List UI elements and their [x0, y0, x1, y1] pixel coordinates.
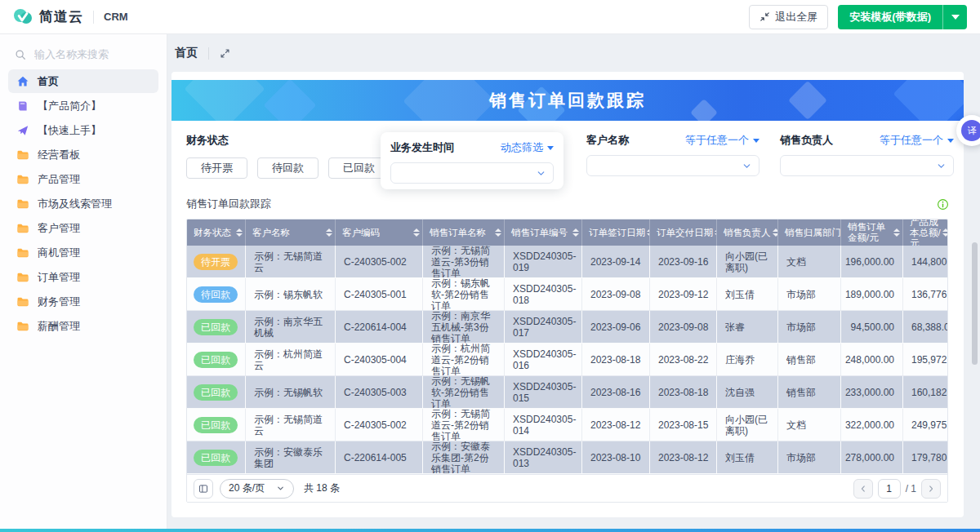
sidebar-item-6[interactable]: 客户管理	[8, 216, 158, 240]
column-header-7[interactable]: 销售负责人	[717, 219, 778, 246]
cell-status: 已回款	[187, 344, 246, 375]
table-row[interactable]: 已回款 示例：南京华五机械C-220614-004示例：南京华五机械-第3份销售…	[187, 311, 947, 344]
status-chip-0[interactable]: 待开票	[186, 157, 247, 179]
column-header-4[interactable]: 销售订单编号	[505, 219, 582, 246]
page-input[interactable]	[878, 479, 901, 499]
prev-page-button[interactable]	[853, 479, 873, 499]
column-header-label: 客户编码	[342, 228, 380, 238]
sidebar-search[interactable]	[8, 44, 158, 69]
sort-icon[interactable]	[942, 228, 947, 237]
cell-customer: 示例：无锡简道云	[246, 409, 336, 441]
column-header-9[interactable]: 销售订单金额/元	[841, 219, 903, 246]
column-header-2[interactable]: 客户编码	[336, 219, 423, 246]
cell-department: 销售部	[778, 344, 841, 375]
caret-down-icon	[547, 146, 554, 150]
folder-icon	[16, 197, 29, 211]
page-size-select[interactable]: 20 条/页	[220, 479, 294, 499]
business-time-select[interactable]	[390, 162, 554, 184]
tab-home[interactable]: 首页	[175, 46, 208, 60]
install-template-button[interactable]: 安装模板(带数据)	[838, 5, 967, 29]
column-header-0[interactable]: 财务状态	[187, 219, 246, 246]
chevron-down-icon	[936, 161, 947, 171]
column-header-label: 销售订单编号	[511, 228, 568, 238]
sort-icon[interactable]	[893, 228, 900, 237]
banner-decoration	[690, 99, 718, 121]
sort-icon[interactable]	[495, 228, 501, 237]
sort-icon[interactable]	[572, 228, 579, 237]
table-header-row: 财务状态 客户名称 客户编码 销售订单名称 销售订单编号 订单签订日期 订单交付…	[187, 219, 947, 246]
table-row[interactable]: 已回款 示例：无锡帆软C-240305-003示例：无锡帆软-第2份销售订单XS…	[187, 376, 947, 409]
sidebar-item-1[interactable]: 【产品简介】	[8, 94, 158, 117]
sidebar-item-5[interactable]: 市场及线索管理	[8, 192, 158, 215]
search-input[interactable]	[33, 47, 151, 61]
vertical-scrollbar-thumb[interactable]	[972, 242, 978, 365]
app-logo[interactable]: 简道云	[13, 7, 83, 27]
cell-order_name: 示例：安徽泰乐集团-第2份销售订单	[423, 441, 505, 473]
sidebar-item-7[interactable]: 商机管理	[8, 241, 158, 264]
cell-customer_code: C-240305-002	[336, 246, 423, 277]
equals-any-link[interactable]: 等于任意一个	[685, 133, 760, 148]
sort-icon[interactable]	[326, 228, 332, 237]
caret-down-icon	[947, 139, 954, 143]
sort-icon[interactable]	[773, 228, 779, 237]
chevron-down-icon	[742, 161, 752, 171]
sidebar-item-0[interactable]: 首页	[8, 69, 158, 93]
compress-icon	[760, 11, 770, 22]
equals-any-link[interactable]: 等于任意一个	[880, 133, 954, 148]
install-template-dropdown-toggle[interactable]	[942, 5, 967, 29]
sidebar-item-label: 商机管理	[38, 246, 80, 260]
cell-sign_date: 2023-08-18	[582, 344, 650, 375]
banner: 销售订单回款跟踪	[172, 80, 964, 121]
cell-cost_amount: 68,388.0	[903, 311, 947, 343]
install-template-label[interactable]: 安装模板(带数据)	[838, 5, 942, 29]
cell-order_name: 示例：南京华五机械-第3份销售订单	[423, 311, 505, 343]
next-page-button[interactable]	[921, 479, 941, 499]
banner-decoration	[788, 81, 827, 120]
sidebar-item-9[interactable]: 财务管理	[8, 290, 158, 313]
sales-owner-select[interactable]	[780, 155, 954, 176]
translate-icon: 译	[961, 120, 980, 141]
expand-icon[interactable]	[220, 48, 230, 59]
dynamic-filter-link[interactable]: 动态筛选	[501, 140, 554, 155]
folder-icon	[16, 320, 29, 333]
table-row[interactable]: 待开票 示例：无锡简道云C-240305-002示例：无锡简道云-第3份销售订单…	[187, 246, 947, 278]
status-chip-1[interactable]: 待回款	[257, 157, 318, 179]
sidebar-item-10[interactable]: 薪酬管理	[8, 314, 158, 338]
table-row[interactable]: 待回款 示例：锡东帆软C-240305-001示例：锡东帆软-第2份销售订单XS…	[187, 278, 947, 311]
column-header-8[interactable]: 销售归属部门	[778, 219, 841, 246]
cell-owner: 庄海乔	[717, 344, 778, 375]
status-badge: 已回款	[194, 352, 238, 368]
table-row[interactable]: 已回款 示例：安徽泰乐集团C-220614-005示例：安徽泰乐集团-第2份销售…	[187, 441, 947, 474]
sidebar-item-label: 财务管理	[38, 295, 80, 309]
column-header-5[interactable]: 订单签订日期	[582, 219, 650, 246]
cell-order_no: XSDD240305-018	[505, 278, 582, 310]
cell-customer_code: C-240305-002	[336, 409, 423, 441]
column-header-10[interactable]: 产品成本总额/元	[903, 219, 947, 246]
table-title: 销售订单回款跟踪	[186, 197, 271, 211]
chevron-down-icon	[276, 484, 285, 493]
info-icon[interactable]	[937, 198, 949, 211]
equals-any-label: 等于任意一个	[685, 133, 749, 148]
column-settings-button[interactable]	[194, 479, 213, 499]
cell-delivery_date: 2023-09-16	[650, 246, 717, 277]
sidebar-item-2[interactable]: 【快速上手】	[8, 118, 158, 142]
table-row[interactable]: 已回款 示例：杭州简道云C-240305-004示例：杭州简道云-第2份销售订单…	[187, 344, 947, 376]
table-row[interactable]: 已回款 示例：无锡简道云C-240305-002示例：无锡简道云-第2份销售订单…	[187, 409, 947, 441]
sidebar-item-8[interactable]: 订单管理	[8, 265, 158, 289]
sidebar-item-label: 产品管理	[38, 172, 80, 187]
column-header-3[interactable]: 销售订单名称	[423, 219, 505, 246]
tab-bar: 首页	[167, 34, 980, 72]
sort-icon[interactable]	[413, 228, 420, 237]
filter-label: 客户名称	[586, 133, 629, 148]
exit-fullscreen-button[interactable]: 退出全屏	[749, 5, 828, 29]
sort-icon[interactable]	[236, 228, 243, 237]
column-header-6[interactable]: 订单交付日期	[650, 219, 717, 246]
column-header-1[interactable]: 客户名称	[246, 219, 336, 246]
cell-delivery_date: 2023-09-08	[650, 311, 717, 343]
sidebar-item-4[interactable]: 产品管理	[8, 167, 158, 191]
customer-name-select[interactable]	[586, 155, 760, 176]
column-header-label: 销售归属部门	[785, 228, 841, 238]
sidebar-item-3[interactable]: 经营看板	[8, 143, 158, 166]
cell-order_name: 示例：无锡简道云-第3份销售订单	[423, 246, 505, 277]
folder-icon	[16, 246, 29, 259]
